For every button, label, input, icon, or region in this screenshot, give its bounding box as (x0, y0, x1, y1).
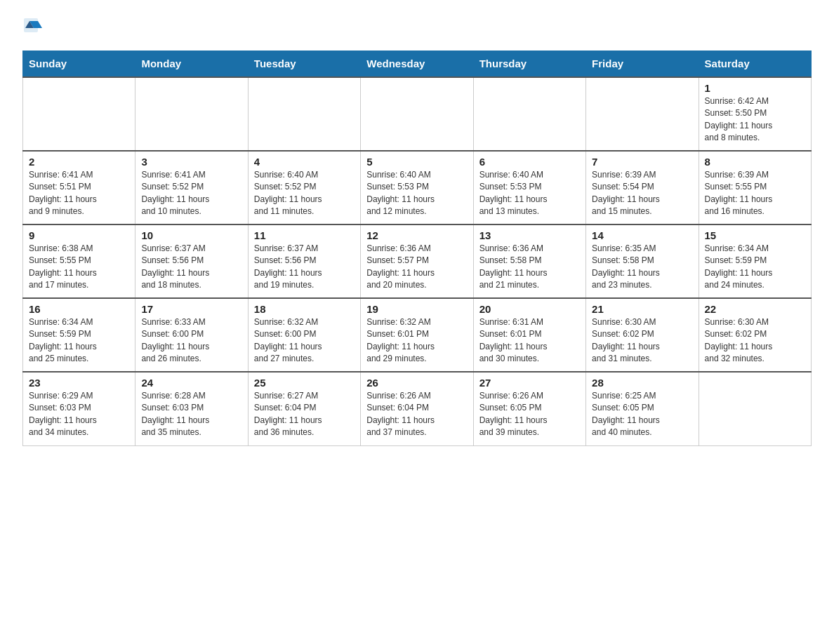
day-number: 2 (29, 156, 129, 168)
day-number: 24 (141, 377, 241, 389)
calendar-cell: 2Sunrise: 6:41 AM Sunset: 5:51 PM Daylig… (23, 151, 135, 224)
calendar-cell (586, 77, 699, 151)
calendar-cell: 11Sunrise: 6:37 AM Sunset: 5:56 PM Dayli… (248, 224, 360, 298)
day-info: Sunrise: 6:37 AM Sunset: 5:56 PM Dayligh… (254, 243, 355, 292)
calendar-week-row: 9Sunrise: 6:38 AM Sunset: 5:55 PM Daylig… (23, 224, 812, 298)
day-number: 27 (479, 377, 580, 389)
calendar-cell: 27Sunrise: 6:26 AM Sunset: 6:05 PM Dayli… (473, 372, 585, 445)
day-number: 19 (366, 303, 467, 315)
calendar-cell: 3Sunrise: 6:41 AM Sunset: 5:52 PM Daylig… (135, 151, 248, 224)
day-number: 22 (705, 303, 805, 315)
day-info: Sunrise: 6:28 AM Sunset: 6:03 PM Dayligh… (141, 390, 241, 439)
calendar-cell: 22Sunrise: 6:30 AM Sunset: 6:02 PM Dayli… (699, 298, 811, 372)
day-number: 4 (254, 156, 355, 168)
calendar-cell: 13Sunrise: 6:36 AM Sunset: 5:58 PM Dayli… (473, 224, 585, 298)
day-info: Sunrise: 6:26 AM Sunset: 6:04 PM Dayligh… (366, 390, 467, 439)
day-number: 13 (479, 229, 580, 241)
calendar-cell: 25Sunrise: 6:27 AM Sunset: 6:04 PM Dayli… (248, 372, 360, 445)
day-info: Sunrise: 6:36 AM Sunset: 5:57 PM Dayligh… (366, 243, 467, 292)
day-info: Sunrise: 6:33 AM Sunset: 6:00 PM Dayligh… (141, 316, 241, 365)
day-info: Sunrise: 6:30 AM Sunset: 6:02 PM Dayligh… (705, 316, 805, 365)
day-info: Sunrise: 6:35 AM Sunset: 5:58 PM Dayligh… (592, 243, 692, 292)
calendar-cell: 7Sunrise: 6:39 AM Sunset: 5:54 PM Daylig… (586, 151, 699, 224)
calendar-cell: 6Sunrise: 6:40 AM Sunset: 5:53 PM Daylig… (473, 151, 585, 224)
day-info: Sunrise: 6:41 AM Sunset: 5:52 PM Dayligh… (141, 169, 241, 218)
calendar-cell: 23Sunrise: 6:29 AM Sunset: 6:03 PM Dayli… (23, 372, 135, 445)
day-info: Sunrise: 6:41 AM Sunset: 5:51 PM Dayligh… (29, 169, 129, 218)
day-info: Sunrise: 6:40 AM Sunset: 5:52 PM Dayligh… (254, 169, 355, 218)
day-info: Sunrise: 6:25 AM Sunset: 6:05 PM Dayligh… (592, 390, 692, 439)
day-number: 21 (592, 303, 692, 315)
calendar-cell: 18Sunrise: 6:32 AM Sunset: 6:00 PM Dayli… (248, 298, 360, 372)
day-info: Sunrise: 6:38 AM Sunset: 5:55 PM Dayligh… (29, 243, 129, 292)
day-info: Sunrise: 6:34 AM Sunset: 5:59 PM Dayligh… (29, 316, 129, 365)
day-info: Sunrise: 6:32 AM Sunset: 6:01 PM Dayligh… (366, 316, 467, 365)
calendar-cell: 8Sunrise: 6:39 AM Sunset: 5:55 PM Daylig… (699, 151, 811, 224)
calendar-cell: 20Sunrise: 6:31 AM Sunset: 6:01 PM Dayli… (473, 298, 585, 372)
day-info: Sunrise: 6:42 AM Sunset: 5:50 PM Dayligh… (705, 95, 805, 145)
day-number: 3 (141, 156, 241, 168)
day-info: Sunrise: 6:39 AM Sunset: 5:55 PM Dayligh… (705, 169, 805, 218)
calendar-cell (248, 77, 360, 151)
logo-icon (22, 17, 45, 39)
calendar-cell: 16Sunrise: 6:34 AM Sunset: 5:59 PM Dayli… (23, 298, 135, 372)
weekday-header-tuesday: Tuesday (248, 51, 360, 77)
calendar-cell: 15Sunrise: 6:34 AM Sunset: 5:59 PM Dayli… (699, 224, 811, 298)
day-number: 25 (254, 377, 355, 389)
day-number: 17 (141, 303, 241, 315)
day-info: Sunrise: 6:34 AM Sunset: 5:59 PM Dayligh… (705, 243, 805, 292)
day-info: Sunrise: 6:32 AM Sunset: 6:00 PM Dayligh… (254, 316, 355, 365)
day-number: 14 (592, 229, 692, 241)
day-info: Sunrise: 6:31 AM Sunset: 6:01 PM Dayligh… (479, 316, 580, 365)
weekday-header-sunday: Sunday (23, 51, 135, 77)
calendar-week-row: 23Sunrise: 6:29 AM Sunset: 6:03 PM Dayli… (23, 372, 812, 445)
weekday-header-thursday: Thursday (473, 51, 585, 77)
calendar-cell: 24Sunrise: 6:28 AM Sunset: 6:03 PM Dayli… (135, 372, 248, 445)
weekday-header-friday: Friday (586, 51, 699, 77)
calendar-cell: 28Sunrise: 6:25 AM Sunset: 6:05 PM Dayli… (586, 372, 699, 445)
day-number: 16 (29, 303, 129, 315)
calendar-cell: 14Sunrise: 6:35 AM Sunset: 5:58 PM Dayli… (586, 224, 699, 298)
calendar-cell: 12Sunrise: 6:36 AM Sunset: 5:57 PM Dayli… (361, 224, 473, 298)
day-number: 23 (29, 377, 129, 389)
day-info: Sunrise: 6:29 AM Sunset: 6:03 PM Dayligh… (29, 390, 129, 439)
calendar-week-row: 1Sunrise: 6:42 AM Sunset: 5:50 PM Daylig… (23, 77, 812, 151)
day-number: 28 (592, 377, 692, 389)
calendar-cell: 9Sunrise: 6:38 AM Sunset: 5:55 PM Daylig… (23, 224, 135, 298)
day-number: 11 (254, 229, 355, 241)
weekday-header-monday: Monday (135, 51, 248, 77)
calendar-cell (473, 77, 585, 151)
day-number: 1 (705, 82, 805, 94)
day-number: 8 (705, 156, 805, 168)
day-number: 10 (141, 229, 241, 241)
day-number: 6 (479, 156, 580, 168)
calendar-cell (23, 77, 135, 151)
calendar-cell: 21Sunrise: 6:30 AM Sunset: 6:02 PM Dayli… (586, 298, 699, 372)
day-info: Sunrise: 6:40 AM Sunset: 5:53 PM Dayligh… (366, 169, 467, 218)
calendar-cell (361, 77, 473, 151)
day-info: Sunrise: 6:37 AM Sunset: 5:56 PM Dayligh… (141, 243, 241, 292)
day-number: 18 (254, 303, 355, 315)
calendar-cell (699, 372, 811, 445)
calendar-cell: 26Sunrise: 6:26 AM Sunset: 6:04 PM Dayli… (361, 372, 473, 445)
calendar-cell: 1Sunrise: 6:42 AM Sunset: 5:50 PM Daylig… (699, 77, 811, 151)
calendar-cell: 19Sunrise: 6:32 AM Sunset: 6:01 PM Dayli… (361, 298, 473, 372)
day-number: 12 (366, 229, 467, 241)
day-number: 5 (366, 156, 467, 168)
day-info: Sunrise: 6:30 AM Sunset: 6:02 PM Dayligh… (592, 316, 692, 365)
calendar-week-row: 2Sunrise: 6:41 AM Sunset: 5:51 PM Daylig… (23, 151, 812, 224)
day-number: 9 (29, 229, 129, 241)
day-info: Sunrise: 6:26 AM Sunset: 6:05 PM Dayligh… (479, 390, 580, 439)
day-number: 15 (705, 229, 805, 241)
day-number: 20 (479, 303, 580, 315)
weekday-header-saturday: Saturday (699, 51, 811, 77)
calendar-cell: 17Sunrise: 6:33 AM Sunset: 6:00 PM Dayli… (135, 298, 248, 372)
weekday-header-row: SundayMondayTuesdayWednesdayThursdayFrid… (23, 51, 812, 77)
calendar-cell: 5Sunrise: 6:40 AM Sunset: 5:53 PM Daylig… (361, 151, 473, 224)
page-header (22, 17, 812, 39)
calendar-table: SundayMondayTuesdayWednesdayThursdayFrid… (22, 51, 812, 446)
day-info: Sunrise: 6:36 AM Sunset: 5:58 PM Dayligh… (479, 243, 580, 292)
calendar-cell: 4Sunrise: 6:40 AM Sunset: 5:52 PM Daylig… (248, 151, 360, 224)
weekday-header-wednesday: Wednesday (361, 51, 473, 77)
day-number: 26 (366, 377, 467, 389)
